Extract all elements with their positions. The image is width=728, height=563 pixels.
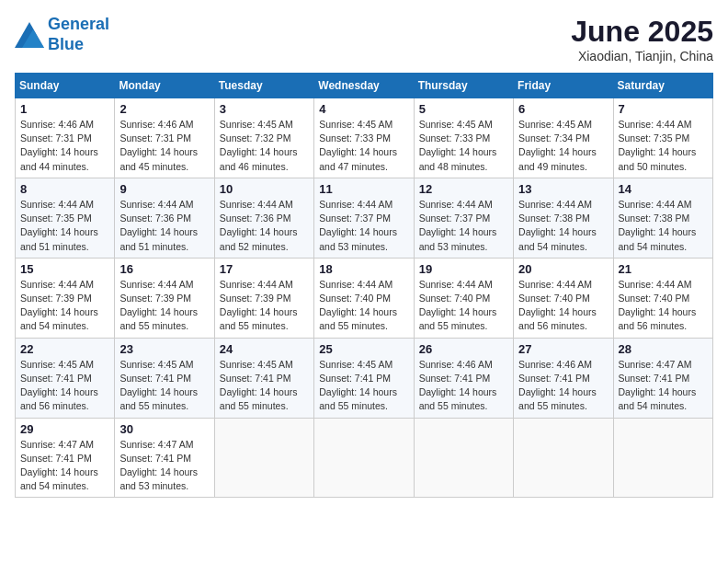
sunset-label: Sunset: 7:37 PM (419, 213, 491, 224)
calendar-day-26: 26 Sunrise: 4:46 AM Sunset: 7:41 PM Dayl… (414, 338, 513, 418)
sunrise-label: Sunrise: 4:45 AM (319, 359, 392, 370)
sunrise-label: Sunrise: 4:44 AM (518, 279, 592, 290)
weekday-header-saturday: Saturday (613, 74, 712, 98)
day-number: 25 (319, 342, 408, 356)
sunset-label: Sunset: 7:39 PM (220, 293, 291, 304)
sunset-label: Sunset: 7:40 PM (619, 293, 690, 304)
daylight-label: Daylight: 14 hours and 55 minutes. (220, 306, 298, 331)
daylight-label: Daylight: 14 hours and 53 minutes. (419, 226, 497, 251)
sunset-label: Sunset: 7:40 PM (518, 293, 590, 304)
calendar-day-8: 8 Sunrise: 4:44 AM Sunset: 7:35 PM Dayli… (16, 178, 115, 258)
day-info: Sunrise: 4:46 AM Sunset: 7:41 PM Dayligh… (518, 358, 608, 414)
day-info: Sunrise: 4:45 AM Sunset: 7:33 PM Dayligh… (319, 118, 408, 174)
sunrise-label: Sunrise: 4:47 AM (119, 439, 193, 450)
sunrise-label: Sunrise: 4:44 AM (20, 199, 94, 210)
day-number: 20 (518, 262, 608, 276)
sunset-label: Sunset: 7:41 PM (419, 373, 491, 384)
daylight-label: Daylight: 14 hours and 46 minutes. (220, 146, 298, 171)
weekday-header-friday: Friday (514, 74, 613, 98)
sunset-label: Sunset: 7:35 PM (20, 213, 92, 224)
daylight-label: Daylight: 14 hours and 55 minutes. (518, 386, 597, 411)
calendar-day-23: 23 Sunrise: 4:45 AM Sunset: 7:41 PM Dayl… (115, 338, 214, 418)
sunrise-label: Sunrise: 4:46 AM (518, 359, 592, 370)
day-number: 6 (518, 102, 608, 116)
calendar-day-29: 29 Sunrise: 4:47 AM Sunset: 7:41 PM Dayl… (16, 418, 115, 498)
sunrise-label: Sunrise: 4:46 AM (119, 119, 193, 130)
calendar-week-1: 1 Sunrise: 4:46 AM Sunset: 7:31 PM Dayli… (16, 98, 713, 178)
daylight-label: Daylight: 14 hours and 44 minutes. (20, 146, 98, 171)
day-number: 27 (518, 342, 608, 356)
calendar-day-30: 30 Sunrise: 4:47 AM Sunset: 7:41 PM Dayl… (115, 418, 214, 498)
day-number: 11 (319, 182, 408, 196)
logo-text: General Blue (48, 15, 109, 54)
daylight-label: Daylight: 14 hours and 55 minutes. (419, 306, 497, 331)
day-number: 23 (119, 342, 209, 356)
sunrise-label: Sunrise: 4:44 AM (119, 279, 193, 290)
logo: General Blue (15, 15, 109, 54)
calendar-day-19: 19 Sunrise: 4:44 AM Sunset: 7:40 PM Dayl… (414, 258, 513, 338)
daylight-label: Daylight: 14 hours and 56 minutes. (20, 386, 98, 411)
day-info: Sunrise: 4:45 AM Sunset: 7:41 PM Dayligh… (119, 358, 209, 414)
day-info: Sunrise: 4:44 AM Sunset: 7:40 PM Dayligh… (419, 278, 508, 334)
sunset-label: Sunset: 7:41 PM (20, 373, 92, 384)
calendar-day-7: 7 Sunrise: 4:44 AM Sunset: 7:35 PM Dayli… (613, 98, 712, 178)
day-info: Sunrise: 4:44 AM Sunset: 7:40 PM Dayligh… (319, 278, 408, 334)
sunrise-label: Sunrise: 4:44 AM (619, 279, 692, 290)
daylight-label: Daylight: 14 hours and 55 minutes. (119, 306, 198, 331)
day-info: Sunrise: 4:45 AM Sunset: 7:41 PM Dayligh… (319, 358, 408, 414)
day-number: 5 (419, 102, 508, 116)
day-info: Sunrise: 4:44 AM Sunset: 7:39 PM Dayligh… (20, 278, 109, 334)
day-number: 30 (119, 422, 209, 436)
daylight-label: Daylight: 14 hours and 54 minutes. (619, 386, 697, 411)
day-info: Sunrise: 4:44 AM Sunset: 7:37 PM Dayligh… (419, 198, 508, 254)
logo-icon (15, 22, 44, 48)
calendar-day-25: 25 Sunrise: 4:45 AM Sunset: 7:41 PM Dayl… (314, 338, 414, 418)
day-number: 2 (119, 102, 209, 116)
daylight-label: Daylight: 14 hours and 49 minutes. (518, 146, 597, 171)
daylight-label: Daylight: 14 hours and 51 minutes. (20, 226, 98, 251)
day-info: Sunrise: 4:44 AM Sunset: 7:36 PM Dayligh… (119, 198, 209, 254)
daylight-label: Daylight: 14 hours and 55 minutes. (419, 386, 497, 411)
calendar-week-4: 22 Sunrise: 4:45 AM Sunset: 7:41 PM Dayl… (16, 338, 713, 418)
sunset-label: Sunset: 7:41 PM (220, 373, 291, 384)
sunset-label: Sunset: 7:33 PM (419, 132, 491, 144)
day-info: Sunrise: 4:47 AM Sunset: 7:41 PM Dayligh… (619, 358, 708, 414)
day-info: Sunrise: 4:46 AM Sunset: 7:31 PM Dayligh… (119, 118, 209, 174)
empty-cell (414, 418, 513, 498)
sunrise-label: Sunrise: 4:44 AM (119, 199, 193, 210)
daylight-label: Daylight: 14 hours and 56 minutes. (518, 306, 597, 331)
daylight-label: Daylight: 14 hours and 53 minutes. (119, 466, 198, 491)
sunrise-label: Sunrise: 4:44 AM (319, 279, 392, 290)
empty-cell (514, 418, 613, 498)
daylight-label: Daylight: 14 hours and 50 minutes. (619, 146, 697, 171)
sunrise-label: Sunrise: 4:47 AM (619, 359, 692, 370)
day-info: Sunrise: 4:44 AM Sunset: 7:38 PM Dayligh… (518, 198, 608, 254)
sunset-label: Sunset: 7:38 PM (518, 213, 590, 224)
calendar-day-6: 6 Sunrise: 4:45 AM Sunset: 7:34 PM Dayli… (514, 98, 613, 178)
calendar-week-2: 8 Sunrise: 4:44 AM Sunset: 7:35 PM Dayli… (16, 178, 713, 258)
day-number: 10 (220, 182, 309, 196)
calendar-day-17: 17 Sunrise: 4:44 AM Sunset: 7:39 PM Dayl… (214, 258, 313, 338)
sunrise-label: Sunrise: 4:44 AM (419, 279, 493, 290)
weekday-header-monday: Monday (115, 74, 214, 98)
sunrise-label: Sunrise: 4:44 AM (518, 199, 592, 210)
sunset-label: Sunset: 7:39 PM (20, 293, 92, 304)
sunset-label: Sunset: 7:41 PM (619, 373, 690, 384)
logo-line1: General (48, 15, 109, 33)
calendar-day-20: 20 Sunrise: 4:44 AM Sunset: 7:40 PM Dayl… (514, 258, 613, 338)
day-number: 28 (619, 342, 708, 356)
sunrise-label: Sunrise: 4:44 AM (619, 119, 692, 130)
day-number: 14 (619, 182, 708, 196)
calendar-day-28: 28 Sunrise: 4:47 AM Sunset: 7:41 PM Dayl… (613, 338, 712, 418)
day-info: Sunrise: 4:47 AM Sunset: 7:41 PM Dayligh… (20, 438, 109, 494)
sunrise-label: Sunrise: 4:45 AM (20, 359, 94, 370)
daylight-label: Daylight: 14 hours and 56 minutes. (619, 306, 697, 331)
day-number: 1 (20, 102, 109, 116)
calendar-day-10: 10 Sunrise: 4:44 AM Sunset: 7:36 PM Dayl… (214, 178, 313, 258)
sunset-label: Sunset: 7:34 PM (518, 132, 590, 144)
sunrise-label: Sunrise: 4:45 AM (220, 359, 293, 370)
day-number: 18 (319, 262, 408, 276)
day-info: Sunrise: 4:45 AM Sunset: 7:32 PM Dayligh… (220, 118, 309, 174)
sunset-label: Sunset: 7:38 PM (619, 213, 690, 224)
sunrise-label: Sunrise: 4:45 AM (220, 119, 293, 130)
